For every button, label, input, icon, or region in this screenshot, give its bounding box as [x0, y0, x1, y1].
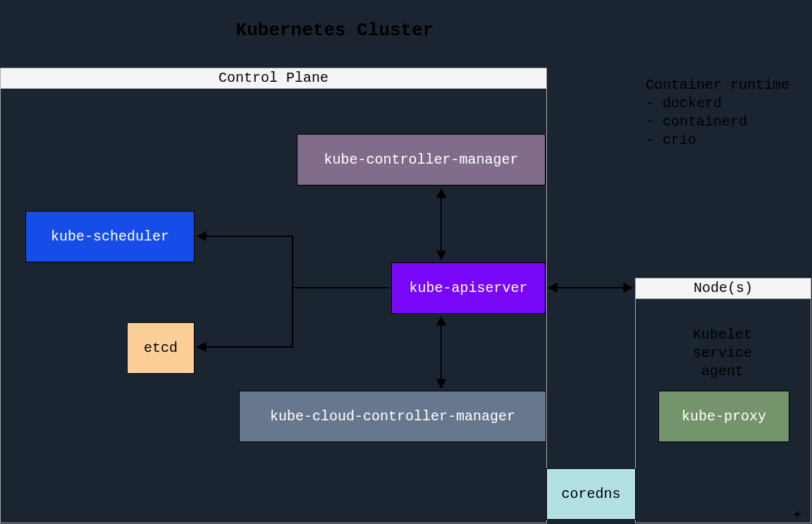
kube-proxy-box: kube-proxy — [658, 391, 789, 442]
kube-controller-manager-box: kube-controller-manager — [297, 134, 546, 185]
container-runtime-note: Container runtime - dockerd - containerd… — [646, 76, 789, 150]
control-plane-header: Control Plane — [1, 68, 546, 89]
diagram-title: Kubernetes Cluster — [0, 20, 670, 41]
etcd-box: etcd — [127, 322, 195, 374]
plus-icon: + — [794, 508, 801, 522]
kube-cloud-controller-manager-box: kube-cloud-controller-manager — [239, 391, 546, 442]
node-header: Node(s) — [636, 279, 811, 299]
kubelet-label: Kubelet service agent — [677, 326, 768, 381]
coredns-box: coredns — [546, 468, 636, 520]
kube-scheduler-box: kube-scheduler — [25, 211, 195, 262]
kube-apiserver-box: kube-apiserver — [391, 262, 546, 314]
